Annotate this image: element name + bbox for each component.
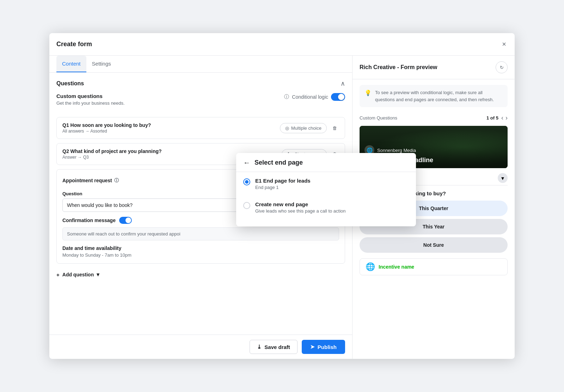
preview-nav: Custom Questions 1 of 5 ‹ › xyxy=(360,114,508,122)
confirmation-input[interactable]: Someone will reach out to confirm your r… xyxy=(62,227,339,240)
date-time-label: Date and time availability xyxy=(62,245,339,251)
tab-content[interactable]: Content xyxy=(56,56,86,72)
questions-section-header: Questions ∧ xyxy=(56,80,345,87)
close-button[interactable]: × xyxy=(501,39,508,50)
modal-title: Create form xyxy=(56,41,92,48)
option-1-text: Create new end page Give leads who see t… xyxy=(255,201,409,214)
footer-bar: ⤓ Save draft ➤ Publish xyxy=(49,335,352,359)
question-input[interactable]: When would you like to book? 28/80 xyxy=(62,198,256,212)
appt-info-icon: ⓘ xyxy=(114,177,119,184)
q1-sub: All answers → Assorted xyxy=(62,129,280,134)
question-label: Question xyxy=(62,191,256,196)
custom-questions-title: Custom questions xyxy=(56,93,125,99)
preview-header: Rich Creative - Form preview ↻ xyxy=(352,56,515,79)
preview-nav-pages: 1 of 5 xyxy=(486,115,498,121)
option-0-title: E1 End page for leads xyxy=(255,178,409,184)
collapse-questions-button[interactable]: ∧ xyxy=(341,80,345,87)
incentive-row: 🌐 Incentive name xyxy=(360,258,508,275)
custom-questions-info: Custom questions Get the info your busin… xyxy=(56,93,125,111)
preview-info-box: 💡 To see a preview with conditional logi… xyxy=(360,85,508,107)
custom-questions-desc: Get the info your business needs. xyxy=(56,100,125,106)
modal-header: Create form × xyxy=(49,33,515,56)
publish-button[interactable]: ➤ Publish xyxy=(302,340,345,354)
date-time-sub: Monday to Sunday - 7am to 10pm xyxy=(62,252,339,258)
confirmation-label: Confirmation message xyxy=(62,218,116,223)
dropdown-header: ← Select end page xyxy=(236,153,416,172)
question-card-q1: Q1 How soon are you looking to buy? All … xyxy=(56,117,345,139)
confirmation-toggle[interactable] xyxy=(119,217,132,224)
create-form-modal: Create form × Content Settings Questions… xyxy=(49,33,515,359)
q1-delete-button[interactable]: 🗑 xyxy=(330,123,339,133)
option-1-desc: Give leads who see this page a call to a… xyxy=(255,208,409,214)
add-question-chevron: ▾ xyxy=(97,271,99,278)
incentive-globe-icon: 🌐 xyxy=(366,262,375,271)
dropdown-option-1[interactable]: Create new end page Give leads who see t… xyxy=(236,196,416,219)
answer-button-2[interactable]: Not Sure xyxy=(360,237,508,253)
incentive-text: Incentive name xyxy=(379,264,414,270)
q1-type-badge: ◎ Multiple choice xyxy=(280,123,327,133)
overview-toggle-button[interactable]: ▾ xyxy=(498,173,508,183)
select-end-page-dropdown: ← Select end page E1 End page for leads … xyxy=(236,153,416,226)
save-draft-button[interactable]: ⤓ Save draft xyxy=(250,340,298,354)
radio-icon: ◎ xyxy=(285,125,289,131)
tab-settings[interactable]: Settings xyxy=(86,56,117,72)
conditional-logic-label: Conditional logic xyxy=(292,94,328,100)
preview-title: Rich Creative - Form preview xyxy=(360,64,437,71)
lightbulb-icon: 💡 xyxy=(364,90,372,103)
plus-icon: + xyxy=(56,272,60,278)
send-icon: ➤ xyxy=(310,344,315,350)
save-icon: ⤓ xyxy=(257,344,262,350)
appt-title: Appointment request ⓘ xyxy=(62,177,119,184)
preview-nav-label: Custom Questions xyxy=(360,115,397,121)
conditional-logic-toggle[interactable] xyxy=(331,93,345,101)
question-col: Question When would you like to book? 28… xyxy=(62,191,256,212)
dropdown-back-button[interactable]: ← xyxy=(243,159,250,167)
brand-name: Sonnenberg Media xyxy=(377,148,416,153)
option-0-text: E1 End page for leads End page 1 xyxy=(255,178,409,190)
radio-selected-icon xyxy=(243,178,250,185)
toggle-sm-dot xyxy=(125,218,131,223)
option-0-desc: End page 1 xyxy=(255,185,409,190)
preview-info-text: To see a preview with conditional logic,… xyxy=(375,89,503,103)
add-question-button[interactable]: + Add question ▾ xyxy=(56,268,99,281)
q1-info: Q1 How soon are you looking to buy? All … xyxy=(62,122,280,134)
dropdown-option-0[interactable]: E1 End page for leads End page 1 xyxy=(236,172,416,196)
info-circle-icon: ⓘ xyxy=(284,94,289,100)
preview-nav-arrows: ‹ › xyxy=(501,114,508,122)
q1-title: Q1 How soon are you looking to buy? xyxy=(62,122,280,128)
radio-inner xyxy=(245,180,249,184)
next-page-button[interactable]: › xyxy=(505,114,508,122)
questions-title: Questions xyxy=(56,80,84,87)
add-question-label: Add question xyxy=(62,272,94,277)
conditional-logic-row: ⓘ Conditional logic xyxy=(284,93,345,101)
radio-empty-icon xyxy=(243,202,250,209)
option-1-title: Create new end page xyxy=(255,201,409,207)
toggle-dot xyxy=(338,94,344,100)
prev-page-button[interactable]: ‹ xyxy=(501,114,503,122)
dropdown-title: Select end page xyxy=(255,159,303,166)
refresh-button[interactable]: ↻ xyxy=(496,61,508,73)
tabs-bar: Content Settings xyxy=(49,56,352,73)
